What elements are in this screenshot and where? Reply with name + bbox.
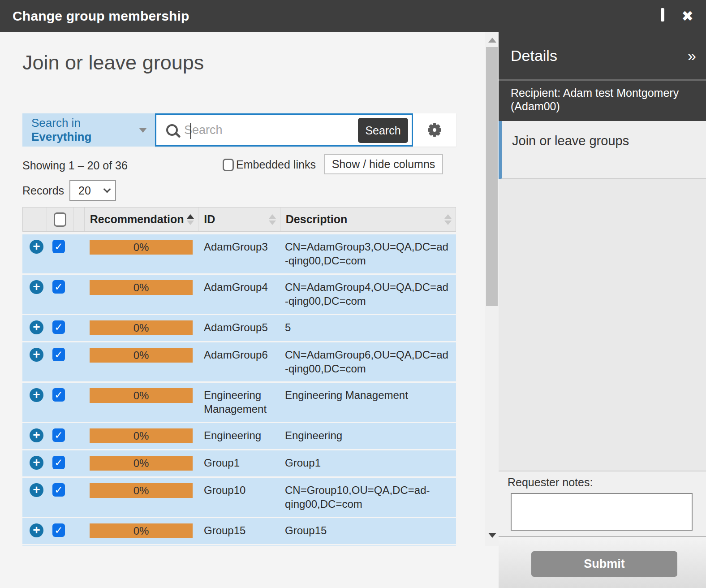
- table-row[interactable]: + ✓ 0% AdamGroup5 5: [22, 315, 456, 341]
- details-panel: Details » Recipient: Adam test Montgomer…: [499, 32, 706, 588]
- table-row[interactable]: + ✓ 0% AdamGroup4 CN=AdamGroup4,OU=QA,DC…: [22, 275, 456, 314]
- row-id: Engineering: [198, 423, 280, 449]
- row-id: Engineering Management: [198, 383, 280, 422]
- plus-icon: +: [33, 388, 40, 402]
- plus-icon: +: [33, 428, 40, 442]
- row-checkbox[interactable]: ✓: [52, 388, 65, 402]
- recommendation-value: 0%: [133, 322, 149, 334]
- row-checkbox[interactable]: ✓: [52, 348, 65, 361]
- plus-icon: +: [33, 455, 40, 469]
- embedded-links-label: Embedded links: [236, 158, 316, 171]
- recommendation-bar: 0%: [90, 388, 193, 403]
- sort-asc-icon: [269, 214, 276, 219]
- table-row[interactable]: + ✓ 0% Engineering Management Engineerin…: [22, 383, 456, 422]
- expand-row-button[interactable]: +: [30, 280, 43, 294]
- expand-row-button[interactable]: +: [30, 240, 43, 254]
- search-scope-dropdown[interactable]: Search in Everything: [22, 113, 155, 147]
- search-input[interactable]: [178, 123, 358, 137]
- row-checkbox[interactable]: ✓: [52, 280, 65, 294]
- expand-row-button[interactable]: +: [30, 348, 43, 362]
- expand-row-button[interactable]: +: [30, 483, 43, 497]
- check-icon: ✓: [54, 281, 63, 293]
- recommendation-bar: 0%: [90, 320, 193, 335]
- row-description: Engineering Management: [280, 383, 456, 422]
- row-checkbox[interactable]: ✓: [52, 483, 65, 497]
- check-icon: ✓: [54, 429, 63, 441]
- table-row-partial: [22, 545, 456, 546]
- column-header-select: [47, 208, 73, 231]
- table-row[interactable]: + ✓ 0% Group1 Group1: [22, 450, 456, 476]
- search-settings-button[interactable]: [413, 113, 456, 147]
- row-checkbox[interactable]: ✓: [52, 320, 65, 334]
- caret-down-icon: [139, 128, 147, 133]
- row-id: AdamGroup5: [198, 315, 280, 341]
- row-id: AdamGroup3: [198, 234, 280, 273]
- table-row[interactable]: + ✓ 0% Group10 CN=Group10,OU=QA,DC=ad-qi…: [22, 478, 456, 517]
- row-checkbox[interactable]: ✓: [52, 240, 65, 253]
- column-header-id[interactable]: ID: [198, 208, 280, 231]
- sort-asc-icon: [444, 214, 452, 219]
- maximize-button[interactable]: [661, 12, 664, 20]
- expand-row-button[interactable]: +: [30, 456, 43, 470]
- search-input-box[interactable]: Search: [155, 113, 413, 147]
- recommendation-bar: 0%: [90, 280, 193, 295]
- recommendation-bar: 0%: [90, 456, 193, 471]
- scroll-thumb[interactable]: [486, 47, 498, 306]
- vertical-scrollbar[interactable]: [485, 32, 499, 546]
- row-checkbox[interactable]: ✓: [52, 523, 65, 537]
- expand-row-button[interactable]: +: [30, 388, 43, 402]
- row-id: Group10: [198, 478, 280, 517]
- plus-icon: +: [33, 347, 40, 361]
- row-description: Engineering: [280, 423, 456, 449]
- records-label: Records: [22, 184, 64, 197]
- row-checkbox[interactable]: ✓: [52, 456, 65, 469]
- table-row[interactable]: + ✓ 0% Engineering Engineering: [22, 423, 456, 449]
- column-header-recommendation[interactable]: Recommendation: [85, 208, 198, 231]
- row-description: CN=AdamGroup3,OU=QA,DC=ad-qing00,DC=com: [280, 234, 456, 273]
- recommendation-value: 0%: [133, 457, 149, 469]
- expand-row-button[interactable]: +: [30, 523, 43, 537]
- sort-desc-icon: [444, 220, 452, 225]
- column-header-spacer: [73, 208, 85, 231]
- page-title: Join or leave groups: [22, 51, 204, 74]
- records-value: 20: [78, 184, 91, 197]
- row-description: CN=AdamGroup6,OU=QA,DC=ad-qing00,DC=com: [280, 342, 456, 381]
- row-id: Group1: [198, 450, 280, 476]
- show-hide-columns-button[interactable]: Show / hide columns: [324, 154, 443, 174]
- search-submit-button[interactable]: Search: [358, 118, 408, 143]
- sort-desc-icon: [187, 220, 194, 225]
- check-icon: ✓: [54, 389, 63, 401]
- select-all-checkbox[interactable]: [54, 212, 66, 227]
- submit-button[interactable]: Submit: [531, 551, 677, 577]
- close-button[interactable]: ✖: [681, 9, 693, 23]
- records-select[interactable]: 20: [69, 180, 116, 201]
- check-icon: ✓: [54, 321, 63, 333]
- sort-icons: [269, 214, 276, 225]
- column-header-description[interactable]: Description: [280, 208, 456, 231]
- requester-notes-input[interactable]: [511, 493, 693, 531]
- main-panel: Join or leave groups Search in Everythin…: [0, 32, 485, 546]
- row-description: 5: [280, 315, 456, 341]
- expand-row-button[interactable]: +: [30, 320, 43, 334]
- requester-notes-label: Requester notes:: [508, 476, 593, 489]
- table-row[interactable]: + ✓ 0% Group15 Group15: [22, 518, 456, 544]
- collapse-panel-button[interactable]: »: [688, 47, 696, 65]
- plus-icon: +: [33, 483, 40, 497]
- details-title: Details: [511, 47, 557, 65]
- expand-row-button[interactable]: +: [30, 428, 43, 442]
- recommendation-bar: 0%: [90, 348, 193, 363]
- table-row[interactable]: + ✓ 0% AdamGroup6 CN=AdamGroup6,OU=QA,DC…: [22, 342, 456, 381]
- requester-notes-section: Requester notes:: [499, 471, 706, 536]
- recommendation-bar: 0%: [90, 428, 193, 443]
- embedded-links-checkbox[interactable]: [223, 159, 234, 171]
- nav-item-join-or-leave-groups[interactable]: Join or leave groups: [499, 121, 706, 179]
- details-header: Details »: [499, 32, 706, 79]
- recipient-info: Recipient: Adam test Montgomery (Adam00): [499, 81, 706, 121]
- row-id: AdamGroup4: [198, 275, 280, 314]
- table-row[interactable]: + ✓ 0% AdamGroup3 CN=AdamGroup3,OU=QA,DC…: [22, 234, 456, 273]
- row-checkbox[interactable]: ✓: [52, 428, 65, 442]
- scroll-up-button[interactable]: [488, 38, 496, 43]
- gear-icon: [426, 122, 443, 138]
- scroll-down-button[interactable]: [488, 533, 496, 538]
- recommendation-bar: 0%: [90, 240, 193, 255]
